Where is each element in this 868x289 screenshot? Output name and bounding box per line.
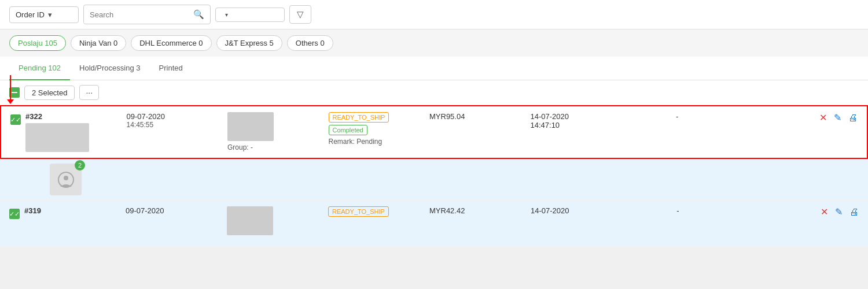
status-badges-cell: READY_TO_SHIP Completed Remark: Pending [324,112,425,146]
ship-time: 14:47:10 [531,121,623,129]
row322-container: ✓ #322 09-07-2020 14:45:55 Group: - READ… [0,105,868,159]
ship-date: 14-07-2020 [531,112,623,121]
status-dropdown[interactable]: ▾ [215,8,285,22]
ready-to-ship-badge2: READY_TO_SHIP [328,206,389,217]
close-icon[interactable]: ✕ [819,112,827,123]
tab-pending-label: Pending 102 [19,64,61,72]
courier-tab-others[interactable]: Others 0 [287,35,333,51]
action-icons: ✕ ✎ 🖨 [819,112,858,123]
action-icons: ✕ ✎ 🖨 [821,206,859,217]
tab-printed-label: Printed [159,64,183,72]
ship-date-cell: 14-07-2020 [526,206,627,215]
main-panel: Pending 102 Hold/Processing 3 Printed 2 … [0,57,868,247]
order-number-cell: #322 [21,112,122,152]
ship-date-cell: 14-07-2020 14:47:10 [526,112,627,129]
search-button[interactable]: 🔍 [187,5,210,24]
tab-hold[interactable]: Hold/Processing 3 [70,57,150,80]
order-date: 09-07-2020 [127,112,219,121]
amount-cell: MYR42.42 [425,206,526,215]
print-icon[interactable]: 🖨 [849,207,859,217]
table-toolbar: 2 Selected ··· [0,80,868,105]
courier-tab-jt-label: J&T Express 5 [225,39,274,47]
table-row: ✓ #322 09-07-2020 14:45:55 Group: - READ… [0,105,868,159]
group-label: Group: - [227,143,319,151]
courier-tab-others-label: Others 0 [296,39,325,47]
filter-button[interactable]: ▽ [289,5,311,24]
chevron-down-icon2: ▾ [225,12,228,18]
search-input[interactable] [84,6,187,23]
order-number-cell: #319 [20,206,121,217]
order-date: 09-07-2020 [126,206,218,215]
print-icon[interactable]: 🖨 [848,113,858,123]
tab-printed[interactable]: Printed [150,57,192,80]
svg-point-1 [64,176,68,180]
row-checkbox-319[interactable]: ✓ [9,209,20,219]
amount-cell: MYR95.04 [425,112,526,121]
product-image-row: 2 [0,159,868,201]
edit-icon[interactable]: ✎ [835,206,843,217]
courier-tab-jt[interactable]: J&T Express 5 [216,35,282,51]
date-cell: 09-07-2020 14:45:55 [122,112,223,129]
table-row: ✓ #319 09-07-2020 READY_TO_SHIP MYR42.42… [0,201,868,247]
tab-hold-label: Hold/Processing 3 [79,64,141,72]
order-number: #319 [24,206,116,215]
courier-tab-poslaju[interactable]: Poslaju 105 [9,35,66,51]
status-badges-cell: READY_TO_SHIP [323,206,425,219]
dash-cell: - [627,112,728,121]
order-thumbnail [25,123,89,152]
courier-tab-ninjavan[interactable]: Ninja Van 0 [71,35,126,51]
order-id-label: Order ID [16,10,45,19]
close-icon[interactable]: ✕ [821,206,828,217]
table-body: ✓ #322 09-07-2020 14:45:55 Group: - READ… [0,105,868,247]
image-group-cell: Group: - [223,112,324,151]
product-image [227,112,274,141]
image-count-badge: 2 [75,160,85,171]
image-group-cell [222,206,323,235]
edit-icon[interactable]: ✎ [834,112,841,123]
more-actions-button[interactable]: ··· [79,85,99,100]
top-bar: Order ID ▾ 🔍 ▾ ▽ [0,0,868,29]
date-cell: 09-07-2020 [121,206,222,215]
courier-tab-dhl[interactable]: DHL Ecommerce 0 [131,35,211,51]
remark-text: Remark: Pending [329,138,421,146]
row-checkbox-322[interactable]: ✓ [10,114,21,125]
order-id-dropdown[interactable]: Order ID ▾ [9,6,79,23]
courier-tab-dhl-label: DHL Ecommerce 0 [139,39,203,47]
dash-cell: - [627,206,729,215]
ready-to-ship-badge: READY_TO_SHIP [329,112,389,123]
tab-pending[interactable]: Pending 102 [9,57,70,80]
selected-count-badge: 2 Selected [24,86,75,100]
arrow-indicator [7,75,14,104]
courier-tabs: Poslaju 105 Ninja Van 0 DHL Ecommerce 0 … [0,29,868,57]
courier-tab-poslaju-label: Poslaju 105 [18,39,57,47]
order-time: 14:45:55 [127,121,219,129]
order-number: #322 [25,112,117,121]
courier-tab-ninjavan-label: Ninja Van 0 [79,39,117,47]
ship-date: 14-07-2020 [531,206,623,215]
product-image-container: 2 [50,164,82,195]
status-tabs: Pending 102 Hold/Processing 3 Printed [0,57,868,80]
search-wrapper: 🔍 [83,5,211,24]
chevron-down-icon: ▾ [48,10,52,19]
completed-badge: Completed [329,125,367,135]
product-image [227,206,273,235]
